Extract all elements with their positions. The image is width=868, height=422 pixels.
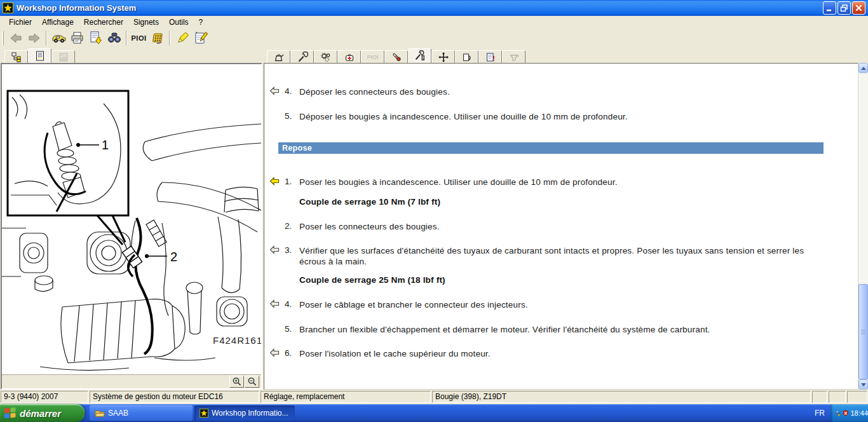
scroll-down-button[interactable] bbox=[858, 379, 868, 390]
status-extra-3 bbox=[847, 391, 867, 403]
item-number: 5. bbox=[285, 111, 299, 121]
tab-page-reference[interactable] bbox=[455, 50, 478, 63]
important-note-icon: ! bbox=[485, 51, 496, 63]
special-tools-icon bbox=[508, 51, 520, 63]
gears-icon bbox=[320, 51, 332, 63]
vehicle-button[interactable] bbox=[50, 30, 67, 47]
back-button[interactable] bbox=[7, 30, 24, 47]
scrollbar-thumb[interactable] bbox=[858, 284, 868, 379]
navigation-tree-icon bbox=[11, 51, 22, 63]
item-text: Poser les connecteurs des bougies. bbox=[299, 221, 820, 232]
figure-reference: F424R161 bbox=[213, 335, 261, 346]
status-extra-2 bbox=[829, 391, 846, 403]
pioi-label: PIOI bbox=[131, 34, 146, 42]
back-reference-icon[interactable] bbox=[269, 348, 280, 357]
item-number: 2. bbox=[285, 221, 299, 231]
torque-spec: Couple de serrage 25 Nm (18 lbf ft) bbox=[299, 275, 445, 285]
figure-toolbar bbox=[2, 374, 261, 388]
torque-spec: Couple de serrage 10 Nm (7 lbf ft) bbox=[299, 197, 440, 207]
tab-thermometer[interactable] bbox=[384, 50, 408, 63]
back-reference-icon[interactable] bbox=[269, 299, 280, 308]
zoom-in-icon bbox=[232, 377, 242, 387]
scroll-up-button[interactable] bbox=[858, 63, 868, 73]
tab-navigation-tree[interactable] bbox=[4, 50, 28, 63]
security-shield-icon[interactable] bbox=[843, 408, 849, 418]
tab-special-tools[interactable] bbox=[502, 50, 526, 63]
tab-service-tools[interactable] bbox=[408, 48, 431, 63]
tab-gears[interactable] bbox=[314, 50, 337, 63]
item-text: Déposer les connecteurs des bougies. bbox=[299, 86, 820, 97]
figure-callout-2: 2 bbox=[170, 250, 177, 264]
doc-item: 3. Vérifier que les surfaces d'étanchéit… bbox=[269, 245, 820, 267]
status-operation: Réglage, remplacement bbox=[261, 391, 431, 403]
tab-first-aid[interactable] bbox=[337, 50, 361, 63]
pioi-button[interactable]: PIOI bbox=[130, 30, 147, 47]
close-button[interactable] bbox=[852, 1, 865, 15]
thermometer-icon bbox=[391, 51, 402, 63]
app-icon bbox=[3, 3, 13, 13]
item-number: 5. bbox=[285, 324, 299, 334]
document-view-icon bbox=[34, 50, 46, 62]
export-document-button[interactable] bbox=[87, 30, 104, 47]
note-edit-button[interactable] bbox=[192, 30, 209, 47]
tab-pioi[interactable]: PIOI bbox=[361, 50, 384, 63]
search-button[interactable] bbox=[105, 30, 123, 47]
tab-fluids-can[interactable] bbox=[267, 50, 290, 63]
service-tools-icon bbox=[414, 50, 426, 62]
start-button[interactable]: démarrer bbox=[0, 404, 85, 422]
document-panel: 4. Déposer les connecteurs des bougies. … bbox=[264, 63, 858, 390]
taskbar-button-saab[interactable]: SAAB bbox=[90, 405, 193, 421]
menu-bar: Fichier Affichage Rechercher Signets Out… bbox=[0, 16, 868, 28]
status-vehicle: 9-3 (9440) 2007 bbox=[1, 391, 88, 403]
vertical-scrollbar[interactable] bbox=[858, 63, 868, 390]
first-aid-icon bbox=[344, 51, 355, 63]
tab-image-view[interactable] bbox=[51, 50, 75, 63]
taskbar-button-wis[interactable]: Workshop Informatio... bbox=[194, 405, 295, 421]
back-reference-icon[interactable] bbox=[269, 86, 280, 95]
windows-flag-icon bbox=[4, 407, 17, 419]
item-number: 3. bbox=[285, 245, 299, 255]
taskbar: démarrer SAAB Workshop Informatio... FR bbox=[0, 404, 868, 422]
item-number: 4. bbox=[285, 299, 299, 309]
item-number: 4. bbox=[285, 86, 299, 96]
start-label: démarrer bbox=[20, 408, 61, 419]
dial-pad-button[interactable] bbox=[149, 30, 166, 47]
pioi-tab-label: PIOI bbox=[367, 54, 378, 60]
print-icon bbox=[70, 31, 85, 46]
export-document-icon bbox=[88, 31, 104, 46]
restore-button[interactable] bbox=[837, 1, 851, 15]
tray-cube-icon[interactable] bbox=[834, 408, 841, 418]
menu-help[interactable]: ? bbox=[194, 17, 208, 28]
highlighter-button[interactable] bbox=[173, 30, 191, 47]
menu-signets[interactable]: Signets bbox=[128, 17, 164, 28]
language-indicator[interactable]: FR bbox=[810, 404, 829, 422]
back-reference-active-icon[interactable] bbox=[269, 177, 280, 186]
item-text: Poser le câblage et brancher le connecte… bbox=[299, 299, 820, 310]
clock[interactable]: 18:44 bbox=[850, 409, 868, 417]
dial-pad-icon bbox=[150, 31, 165, 46]
item-text: Vérifier que les surfaces d'étanchéité d… bbox=[299, 245, 820, 267]
tab-important-note[interactable]: ! bbox=[478, 50, 502, 63]
forward-button[interactable] bbox=[25, 30, 43, 47]
minimize-button[interactable] bbox=[823, 1, 836, 15]
menu-fichier[interactable]: Fichier bbox=[4, 17, 37, 28]
zoom-out-icon bbox=[247, 377, 257, 387]
tab-wrench[interactable] bbox=[290, 50, 314, 63]
print-button[interactable] bbox=[69, 30, 86, 47]
zoom-out-button[interactable] bbox=[245, 376, 259, 388]
system-tray: 18:44 bbox=[831, 404, 868, 422]
tab-document-view[interactable] bbox=[28, 48, 51, 63]
back-icon bbox=[9, 31, 23, 45]
status-bar: 9-3 (9440) 2007 Système de gestion du mo… bbox=[0, 390, 868, 404]
menu-affichage[interactable]: Affichage bbox=[37, 17, 79, 28]
menu-rechercher[interactable]: Rechercher bbox=[79, 17, 128, 28]
tab-move[interactable] bbox=[431, 50, 455, 63]
highlighter-icon bbox=[175, 31, 190, 46]
zoom-in-button[interactable] bbox=[229, 376, 244, 388]
forward-icon bbox=[27, 31, 41, 45]
fluids-can-icon bbox=[273, 51, 285, 63]
menu-outils[interactable]: Outils bbox=[164, 17, 194, 28]
doc-item: 5. Brancher un flexible d'échappement et… bbox=[269, 324, 820, 335]
toolbar-grip[interactable] bbox=[2, 31, 4, 45]
back-reference-icon[interactable] bbox=[269, 245, 280, 254]
